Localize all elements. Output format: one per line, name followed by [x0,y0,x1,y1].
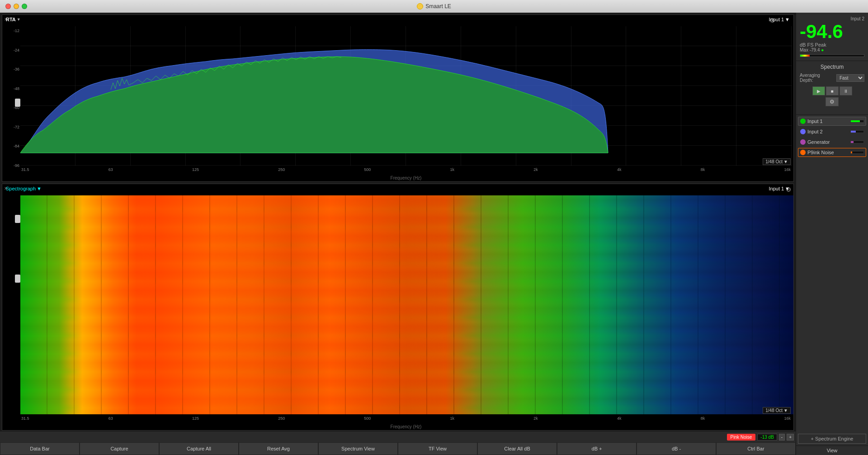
view-row: Pink Noise -13 dB - + [0,431,796,442]
channel-meter-fill-input1 [851,120,860,122]
window-controls[interactable] [5,4,27,9]
add-spectrum-engine-button[interactable]: + Spectrum Engine [798,434,866,444]
level-value: -94.6 [800,22,864,41]
channel-item-p9ink[interactable]: P9ink Noise [798,148,866,157]
content-area: RTA ▼ Input 1 ▼ ✕ ⚙ -12 -24 -36 -48 -60 … [0,13,796,455]
channel-color-generator [800,139,806,145]
channel-name-generator: Generator [807,139,849,145]
capture-all-button[interactable]: Capture All [159,442,239,455]
sidebar-view-section: View [796,446,868,455]
sx-label-315: 31.5 [21,416,29,421]
channel-meter-fill-input2 [851,131,856,133]
x-label-8k: 8k [701,167,705,172]
main-layout: RTA ▼ Input 1 ▼ ✕ ⚙ -12 -24 -36 -48 -60 … [0,13,868,455]
bottom-toolbar: Data Bar Capture Capture All Reset Avg S… [0,442,796,455]
rta-header: RTA ▼ Input 1 ▼ [6,17,790,22]
channel-item-generator[interactable]: Generator [798,137,866,147]
level-input-label: Input 2 [850,16,864,21]
db-minus-button[interactable]: dB - [637,442,716,455]
level-section: Input 2 -94.6 dB FS Peak Max -79.4 ● [796,13,868,61]
transport-controls: ▶ ■ ⏸ [800,86,864,95]
title-bar: Smaart LE [0,0,868,13]
sidebar-view-label: View [798,448,866,453]
spectro-level-slider-bottom[interactable] [15,275,20,283]
rta-label[interactable]: RTA ▼ [6,17,21,22]
channel-meter-fill-generator [851,141,854,143]
channel-name-input2: Input 2 [807,129,849,134]
sx-label-500: 500 [364,416,371,421]
x-label-315: 31.5 [21,167,29,172]
clear-all-db-button[interactable]: Clear All dB [477,442,557,455]
level-unit: dB FS Peak [800,42,864,47]
pause-button[interactable]: ⏸ [840,86,852,95]
channel-item-input1[interactable]: Input 1 [798,117,866,126]
rta-input-arrow: ▼ [785,17,790,22]
spectro-y-axis [2,198,20,417]
stop-button[interactable]: ■ [826,86,839,95]
db-minus-small[interactable]: - [779,434,785,441]
sx-label-4k: 4k [617,416,622,421]
right-sidebar: Input 2 -94.6 dB FS Peak Max -79.4 ● Spe… [796,13,868,455]
reset-avg-button[interactable]: Reset Avg [239,442,318,455]
channel-list: Input 1 Input 2 Generator [796,115,868,432]
channel-meter-input2 [850,130,864,133]
y-label-36: -36 [3,67,19,71]
spectro-resolution-badge[interactable]: 1/48 Oct ▼ [763,407,791,414]
channel-meter-input1 [850,120,864,123]
avg-depth-label: Averaging Depth: [800,73,835,83]
spectro-input-selector[interactable]: Input 1 ▼ [769,186,790,191]
avg-depth-row: Averaging Depth: Fast Medium Slow [800,73,864,83]
y-label-72: -72 [3,125,19,129]
x-label-63: 63 [108,167,113,172]
rta-panel: RTA ▼ Input 1 ▼ ✕ ⚙ -12 -24 -36 -48 -60 … [2,14,794,182]
sx-label-63: 63 [108,416,113,421]
level-bar-fill [800,55,810,57]
rta-chart-area [20,26,792,166]
x-label-500: 500 [364,167,371,172]
data-bar-button[interactable]: Data Bar [0,442,80,455]
rta-level-slider[interactable] [15,99,20,107]
spectro-title: Spectrograph [6,186,36,191]
ctrl-bar-button[interactable]: Ctrl Bar [716,442,796,455]
minimize-button[interactable] [14,4,19,9]
app-icon [417,3,423,9]
spectrum-section: Spectrum Averaging Depth: Fast Medium Sl… [796,61,868,115]
channel-name-input1: Input 1 [807,118,849,124]
spectro-label[interactable]: Spectrograph ▼ [6,186,42,191]
x-label-1k: 1k [450,167,455,172]
maximize-button[interactable] [22,4,27,9]
pink-noise-button[interactable]: Pink Noise [727,434,756,441]
rta-x-labels: 31.5 63 125 250 500 1k 2k 4k 8k 16k [20,167,792,172]
rta-input-selector[interactable]: Input 1 ▼ [769,17,790,22]
channel-meter-generator [850,141,864,143]
close-button[interactable] [5,4,11,9]
capture-button[interactable]: Capture [80,442,159,455]
sx-label-16k: 16k [784,416,791,421]
rta-title: RTA [6,17,16,22]
channel-item-input2[interactable]: Input 2 [798,127,866,136]
spectro-canvas [20,195,793,414]
spectrum-view-button[interactable]: Spectrum View [318,442,398,455]
channel-color-p9ink [800,150,806,155]
level-max: Max -79.4 ● [800,47,864,52]
settings-wrench-button[interactable]: ⚙ [826,97,839,106]
rta-input-label: Input 1 [769,17,784,22]
x-label-4k: 4k [617,167,622,172]
y-axis: -12 -24 -36 -48 -60 -72 -84 -96 [2,28,20,168]
svg-rect-0 [20,195,793,414]
db-plus-button[interactable]: dB + [557,442,637,455]
channel-name-p9ink: P9ink Noise [807,150,849,155]
y-label-24: -24 [3,48,19,52]
spectrum-title: Spectrum [800,64,864,70]
spectro-level-slider-top[interactable] [15,215,20,223]
avg-depth-select[interactable]: Fast Medium Slow [836,74,864,82]
rta-arrow: ▼ [17,17,21,22]
sx-label-125: 125 [192,416,199,421]
play-button[interactable]: ▶ [812,86,825,95]
spectro-input-label: Input 1 [769,186,784,191]
rta-resolution-badge[interactable]: 1/48 Oct ▼ [763,158,791,165]
sx-label-8k: 8k [701,416,705,421]
db-plus-small[interactable]: + [787,434,794,441]
channel-meter-fill-p9ink [851,152,852,153]
tf-view-button[interactable]: TF View [398,442,477,455]
